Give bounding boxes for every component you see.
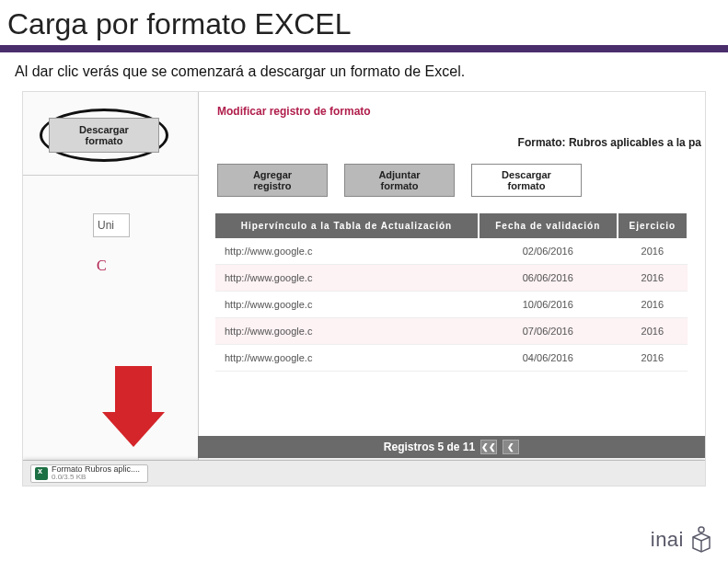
logo-text: inai: [651, 528, 684, 552]
cell-link: http://www.google.c: [215, 345, 479, 372]
cell-ej: 2016: [618, 238, 688, 265]
col-ejercicio[interactable]: Ejercicio: [618, 213, 688, 238]
table-row[interactable]: http://www.google.c 10/06/2016 2016: [215, 292, 688, 318]
table-row[interactable]: http://www.google.c 06/06/2016 2016: [215, 265, 688, 292]
cell-ej: 2016: [618, 345, 688, 372]
screenshot-area: Descargar formato Uni C Modificar regist…: [22, 91, 706, 487]
cell-link: http://www.google.c: [215, 238, 479, 265]
cell-ej: 2016: [618, 265, 688, 292]
slide-title: Carga por formato EXCEL: [7, 7, 721, 41]
divider: [23, 175, 198, 176]
cell-fecha: 07/06/2016: [479, 318, 618, 345]
descargar-panel-l2: formato: [508, 180, 546, 191]
descargar-l1: Descargar: [79, 124, 129, 135]
adjuntar-l2: formato: [381, 180, 419, 191]
registros-count: Registros 5 de 11: [384, 441, 475, 453]
download-chip[interactable]: Formato Rubros aplic.... 0.0/3.5 KB: [30, 464, 148, 483]
cell-fecha: 04/06/2016: [479, 345, 618, 372]
table-row[interactable]: http://www.google.c 02/06/2016 2016: [215, 238, 688, 265]
cell-ej: 2016: [618, 318, 688, 345]
main-panel: Modificar registro de formato Formato: R…: [198, 92, 705, 486]
highlight-circle: Descargar formato: [40, 109, 168, 162]
inai-logo: inai: [651, 526, 713, 554]
adjuntar-formato-button[interactable]: Adjuntar formato: [344, 164, 455, 197]
svg-point-0: [699, 527, 704, 532]
cell-fecha: 02/06/2016: [479, 238, 618, 265]
table-row[interactable]: http://www.google.c 04/06/2016 2016: [215, 345, 688, 372]
descargar-formato-button-panel[interactable]: Descargar formato: [471, 164, 582, 197]
agregar-l1: Agregar: [253, 169, 292, 180]
cell-link: http://www.google.c: [215, 265, 479, 292]
download-filesize: 0.0/3.5 KB: [52, 474, 140, 481]
arrow-down-icon: [106, 366, 161, 449]
excel-file-icon: [35, 467, 48, 480]
slide-title-bar: Carga por formato EXCEL: [0, 0, 728, 52]
cell-fecha: 06/06/2016: [479, 265, 618, 292]
descargar-l2: formato: [86, 135, 123, 146]
cell-link: http://www.google.c: [215, 318, 479, 345]
cropped-uni-field: Uni: [93, 213, 130, 237]
pager-prev-icon[interactable]: ❮: [503, 440, 519, 454]
action-button-row: Agregar registro Adjuntar formato Descar…: [199, 158, 705, 210]
adjuntar-l1: Adjuntar: [378, 169, 420, 180]
cell-link: http://www.google.c: [215, 292, 479, 318]
panel-title: Modificar registro de formato: [199, 99, 705, 123]
col-fecha[interactable]: Fecha de validación: [479, 213, 618, 238]
descargar-panel-l1: Descargar: [502, 169, 551, 180]
browser-download-strip: Formato Rubros aplic.... 0.0/3.5 KB: [23, 460, 705, 486]
data-table: Hipervínculo a la Tabla de Actualización…: [215, 213, 688, 372]
cell-fecha: 10/06/2016: [479, 292, 618, 318]
logo-cube-icon: [689, 526, 713, 554]
descargar-formato-button[interactable]: Descargar formato: [49, 118, 159, 153]
pagination-bar: Registros 5 de 11 ❮❮ ❮: [198, 436, 705, 458]
table-row[interactable]: http://www.google.c 07/06/2016 2016: [215, 318, 688, 345]
pager-first-icon[interactable]: ❮❮: [480, 440, 497, 454]
cell-ej: 2016: [618, 292, 688, 318]
agregar-registro-button[interactable]: Agregar registro: [217, 164, 328, 197]
formato-line: Formato: Rubros aplicables a la pa: [199, 123, 705, 158]
agregar-l2: registro: [254, 180, 292, 191]
cropped-c-letter: C: [97, 258, 107, 274]
col-hipervinculo[interactable]: Hipervínculo a la Tabla de Actualización: [215, 213, 479, 238]
slide-subtitle: Al dar clic verás que se comenzará a des…: [0, 52, 728, 87]
